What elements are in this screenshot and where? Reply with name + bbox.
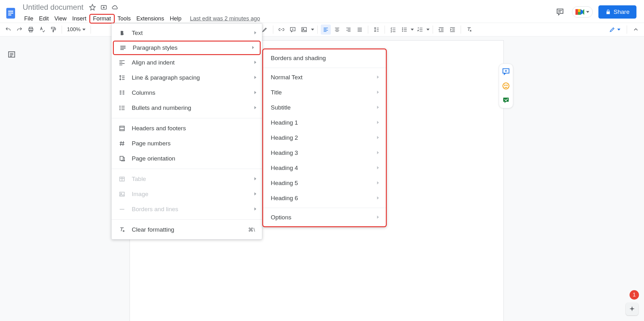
insert-image-icon[interactable] [299, 25, 309, 35]
zoom-selector[interactable]: 100% [65, 26, 87, 33]
menu-extensions[interactable]: Extensions [134, 14, 167, 24]
style-heading-5[interactable]: Heading 5 [263, 176, 386, 191]
collapse-toolbar-icon[interactable] [631, 25, 641, 35]
menu-help[interactable]: Help [167, 14, 184, 24]
indent-decrease-icon[interactable] [436, 25, 446, 35]
document-title[interactable]: Untitled document [21, 2, 85, 12]
align-icon [118, 59, 126, 67]
submenu-item-label: Subtitle [271, 104, 291, 111]
show-outline-icon[interactable] [8, 50, 18, 60]
last-edit-link[interactable]: Last edit was 2 minutes ago [190, 15, 260, 22]
svg-point-31 [119, 109, 121, 110]
star-icon[interactable] [89, 4, 96, 11]
align-center-icon[interactable] [332, 25, 342, 35]
style-heading-3[interactable]: Heading 3 [263, 145, 386, 160]
checklist-icon[interactable] [388, 25, 398, 35]
cloud-icon[interactable] [112, 4, 119, 11]
paint-format-icon[interactable] [48, 25, 58, 35]
explore-icon[interactable] [626, 303, 638, 315]
format-menu-align-and-indent[interactable]: Align and indent [112, 55, 262, 70]
toolbar: 100% [0, 23, 644, 37]
menu-insert[interactable]: Insert [69, 14, 89, 24]
zoom-value: 100% [67, 26, 80, 33]
submenu-item-label: Options [271, 214, 291, 221]
numbered-list-icon[interactable] [415, 25, 425, 35]
format-menu-image: Image [112, 187, 262, 202]
style-heading-4[interactable]: Heading 4 [263, 160, 386, 176]
format-menu-clear-formatting[interactable]: Clear formatting⌘\ [112, 222, 262, 237]
format-menu: TextParagraph stylesAlign and indentLine… [111, 23, 262, 239]
emoji-reaction-icon[interactable] [502, 82, 510, 90]
format-menu-columns[interactable]: Columns [112, 85, 262, 100]
print-icon[interactable] [26, 25, 36, 35]
redo-icon[interactable] [14, 25, 25, 35]
format-menu-text[interactable]: Text [112, 25, 262, 41]
notification-badge[interactable]: 1 [630, 290, 639, 300]
style-options[interactable]: Options [263, 210, 386, 225]
align-justify-icon[interactable] [355, 25, 365, 35]
align-right-icon[interactable] [343, 25, 353, 35]
clear-formatting-icon[interactable] [464, 25, 474, 35]
add-comment-icon[interactable] [288, 25, 298, 35]
submenu-arrow-icon [377, 90, 379, 95]
spellcheck-icon[interactable] [37, 25, 47, 35]
menubar: File Edit View Insert Format Tools Exten… [21, 13, 260, 24]
format-menu-page-numbers[interactable]: Page numbers [112, 136, 262, 151]
add-comment-side-icon[interactable] [502, 67, 510, 76]
menu-tools[interactable]: Tools [115, 14, 134, 24]
caret-down-icon[interactable] [311, 29, 314, 31]
line-icon [118, 205, 126, 213]
align-left-icon[interactable] [321, 25, 331, 35]
svg-rect-2 [8, 13, 13, 14]
style-heading-2[interactable]: Heading 2 [263, 130, 386, 145]
hf-icon [118, 124, 126, 132]
submenu-arrow-icon [252, 46, 254, 50]
svg-rect-5 [575, 9, 578, 15]
style-title[interactable]: Title [263, 85, 386, 100]
indent-increase-icon[interactable] [447, 25, 458, 35]
style-heading-6[interactable]: Heading 6 [263, 191, 386, 206]
docs-logo[interactable] [3, 3, 19, 23]
menu-edit[interactable]: Edit [36, 14, 52, 24]
format-menu-page-orientation[interactable]: Page orientation [112, 151, 262, 166]
submenu-arrow-icon [254, 192, 256, 196]
menu-file[interactable]: File [21, 14, 36, 24]
format-menu-line-paragraph-spacing[interactable]: Line & paragraph spacing [112, 70, 262, 85]
insert-link-icon[interactable] [276, 25, 286, 35]
spacing-icon [118, 74, 126, 82]
svg-rect-1 [8, 11, 13, 12]
submenu-arrow-icon [377, 215, 379, 220]
share-button[interactable]: Share [598, 5, 636, 19]
style-borders-and-shading[interactable]: Borders and shading [263, 51, 386, 66]
table-icon [118, 175, 126, 183]
menu-view[interactable]: View [52, 14, 69, 24]
submenu-arrow-icon [377, 181, 379, 185]
format-menu-paragraph-styles[interactable]: Paragraph styles [113, 41, 261, 55]
suggest-edits-icon[interactable] [502, 96, 510, 105]
submenu-arrow-icon [254, 60, 256, 65]
menu-item-label: Columns [132, 89, 155, 96]
comments-history-icon[interactable] [554, 6, 566, 18]
menu-format[interactable]: Format [89, 14, 115, 24]
bulleted-list-icon[interactable] [399, 25, 409, 35]
submenu-arrow-icon [377, 75, 379, 80]
style-subtitle[interactable]: Subtitle [263, 100, 386, 115]
caret-down-icon[interactable] [426, 29, 430, 31]
menu-item-label: Line & paragraph spacing [132, 74, 200, 81]
meet-button[interactable] [572, 6, 593, 18]
style-normal-text[interactable]: Normal Text [263, 70, 386, 85]
caret-down-icon[interactable] [411, 29, 414, 31]
style-heading-1[interactable]: Heading 1 [263, 115, 386, 130]
undo-icon[interactable] [3, 25, 13, 35]
move-icon[interactable] [100, 4, 107, 11]
svg-point-28 [507, 85, 507, 86]
svg-rect-22 [404, 29, 407, 30]
format-menu-headers-and-footers[interactable]: Headers and footers [112, 121, 262, 136]
line-spacing-icon[interactable] [371, 25, 381, 35]
shortcut-label: ⌘\ [248, 227, 255, 233]
menu-item-label: Bullets and numbering [132, 104, 191, 111]
paragraph-styles-submenu: Borders and shadingNormal TextTitleSubti… [262, 48, 387, 227]
editing-mode-button[interactable] [607, 25, 623, 34]
format-menu-bullets-and-numbering[interactable]: Bullets and numbering [112, 100, 262, 115]
submenu-arrow-icon [254, 76, 256, 80]
